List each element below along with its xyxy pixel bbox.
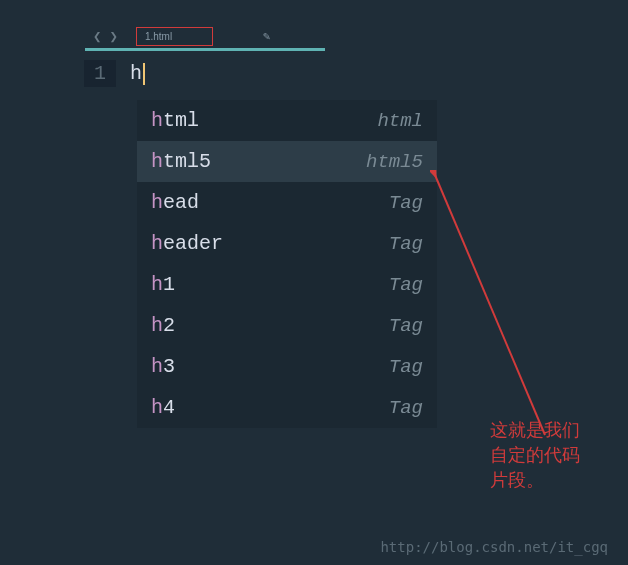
nav-forward-icon[interactable]: ❯: [109, 28, 117, 45]
nav-arrows: ❮ ❯: [93, 28, 118, 45]
autocomplete-item[interactable]: h3Tag: [137, 346, 437, 387]
typed-text: h: [130, 62, 142, 85]
autocomplete-label: h1: [151, 273, 175, 296]
nav-back-icon[interactable]: ❮: [93, 28, 101, 45]
annotation-line: 片段。: [490, 468, 580, 493]
autocomplete-type: Tag: [389, 315, 423, 337]
line-number: 1: [84, 60, 116, 87]
autocomplete-item[interactable]: headerTag: [137, 223, 437, 264]
autocomplete-label: html5: [151, 150, 211, 173]
autocomplete-type: html: [377, 110, 423, 132]
tab-bar: ❮ ❯ 1.html ✎: [0, 0, 628, 52]
autocomplete-type: Tag: [389, 192, 423, 214]
autocomplete-item[interactable]: htmlhtml: [137, 100, 437, 141]
autocomplete-label: h2: [151, 314, 175, 337]
autocomplete-item[interactable]: headTag: [137, 182, 437, 223]
annotation-text: 这就是我们 自定的代码 片段。: [490, 418, 580, 494]
watermark: http://blog.csdn.net/it_cgq: [380, 539, 608, 555]
file-tab[interactable]: 1.html: [136, 27, 213, 46]
autocomplete-item[interactable]: h4Tag: [137, 387, 437, 428]
autocomplete-popup: htmlhtmlhtml5html5headTagheaderTagh1Tagh…: [137, 100, 437, 428]
gutter: 1: [0, 60, 130, 87]
autocomplete-item[interactable]: html5html5: [137, 141, 437, 182]
autocomplete-item[interactable]: h2Tag: [137, 305, 437, 346]
autocomplete-item[interactable]: h1Tag: [137, 264, 437, 305]
autocomplete-type: html5: [366, 151, 423, 173]
annotation-line: 这就是我们: [490, 418, 580, 443]
annotation-arrow: [430, 170, 600, 450]
autocomplete-label: h4: [151, 396, 175, 419]
file-tab-label: 1.html: [145, 31, 172, 42]
code-input[interactable]: h: [130, 60, 145, 87]
autocomplete-type: Tag: [389, 274, 423, 296]
edit-icon[interactable]: ✎: [263, 29, 270, 44]
autocomplete-label: html: [151, 109, 199, 132]
autocomplete-type: Tag: [389, 356, 423, 378]
autocomplete-type: Tag: [389, 397, 423, 419]
tab-underline: [85, 48, 325, 51]
autocomplete-label: header: [151, 232, 223, 255]
editor: 1 h: [0, 60, 628, 87]
svg-line-1: [435, 175, 545, 435]
annotation-line: 自定的代码: [490, 443, 580, 468]
autocomplete-label: h3: [151, 355, 175, 378]
autocomplete-label: head: [151, 191, 199, 214]
cursor: [143, 63, 145, 85]
autocomplete-type: Tag: [389, 233, 423, 255]
